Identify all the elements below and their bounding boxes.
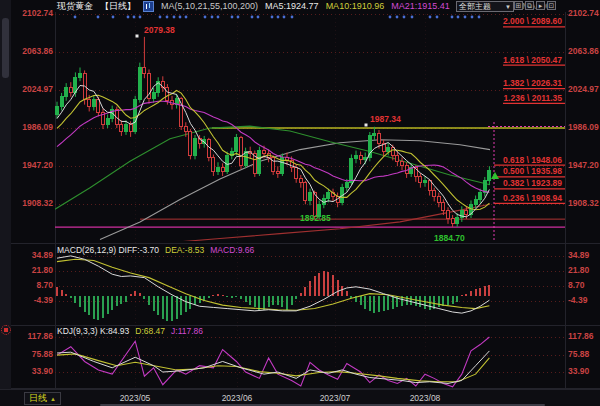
event-marker-dot <box>251 16 254 19</box>
candle-body <box>299 179 302 183</box>
candle-body <box>106 118 109 124</box>
candle-body <box>387 148 390 152</box>
event-marker-dot <box>451 16 454 19</box>
event-marker-dot <box>389 16 392 19</box>
candle-body <box>295 167 298 179</box>
event-marker-dot <box>166 16 169 19</box>
ma21-value: MA21:1915.41 <box>391 1 450 11</box>
next-chart-icon[interactable]: ▸ <box>536 1 545 10</box>
axis-label: 1986.09 <box>568 122 599 132</box>
kline-badge-icon[interactable] <box>143 1 154 12</box>
candle-body <box>391 148 394 156</box>
candle-body <box>405 165 408 173</box>
kdj-j-value: J:117.86 <box>171 326 203 336</box>
axis-label: 75.88 <box>568 349 590 359</box>
bottom-bar: 日线 ▲ 2023/052023/062023/072023/08 <box>0 389 600 406</box>
event-marker-dot <box>291 16 294 19</box>
period-label: 日线 <box>29 392 47 405</box>
candle-body <box>221 167 224 171</box>
candle-body <box>125 124 128 131</box>
candle-body <box>373 134 376 136</box>
price-annotation: 2079.38 <box>144 25 175 35</box>
axis-label: 2024.97 <box>568 84 599 94</box>
axis-label: 1986.09 <box>22 122 53 132</box>
candle-body <box>194 139 197 156</box>
event-marker-dot <box>133 16 136 19</box>
candle-body <box>488 170 491 181</box>
event-marker-dot <box>204 16 207 19</box>
axis-label: 2102.74 <box>22 8 53 18</box>
theme-dropdown-label: 全部主题 <box>459 1 491 12</box>
candle-body <box>240 138 243 165</box>
candle-body <box>350 158 353 182</box>
candle-body <box>447 210 450 219</box>
axis-label: 1947.20 <box>568 160 599 170</box>
candle-body <box>355 155 358 158</box>
ma10-value: MA10:1910.96 <box>326 1 385 11</box>
fib-level-label: 0.236 \ 1908.94 <box>503 193 562 203</box>
candle-body <box>304 183 307 201</box>
price-annotation: 1892.85 <box>300 213 331 223</box>
axis-label: 33.90 <box>32 366 54 376</box>
event-marker-dot <box>436 16 439 19</box>
macd-pane[interactable] <box>57 256 489 321</box>
fib-level-label: 1.236 \ 2011.35 <box>503 93 562 103</box>
price-annotation: 1987.34 <box>370 114 401 124</box>
macd-value: MACD:9.66 <box>210 245 254 255</box>
event-marker-dot <box>283 16 286 19</box>
fib-level-label: 0.618 \ 1948.06 <box>503 155 562 165</box>
candle-body <box>451 219 454 224</box>
ma10-line <box>57 90 489 209</box>
candle-body <box>465 210 468 214</box>
candle-body <box>359 155 362 159</box>
new-window-icon[interactable]: ⊡ <box>547 1 556 10</box>
fib-level-label: 2.000 \ 2089.60 <box>503 16 562 26</box>
fib-level-label: 1.382 \ 2026.31 <box>503 78 562 88</box>
candle-body <box>433 191 436 197</box>
event-marker-dot <box>185 16 188 19</box>
grid-layout-icon[interactable]: ⊞ <box>514 1 523 10</box>
event-marker-dot <box>217 16 220 19</box>
candle-body <box>65 87 68 97</box>
candle-body <box>138 67 141 99</box>
indicator-settings-icon[interactable] <box>1 325 11 335</box>
candle-body <box>235 138 238 152</box>
fib-level-label: 1.618 \ 2050.47 <box>503 55 562 65</box>
axis-label: 1947.20 <box>22 160 53 170</box>
ma-param-label: MA(5,10,21,55,100,200) <box>161 1 258 11</box>
duplicate-window-icon[interactable]: ⧉ <box>525 1 534 10</box>
candle-body <box>189 132 192 155</box>
candle-body <box>424 181 427 183</box>
candle-body <box>437 197 440 203</box>
candle-body <box>56 107 59 115</box>
event-marker-dot <box>173 16 176 19</box>
ma5-line <box>57 83 489 217</box>
axis-label: 8.70 <box>568 280 585 290</box>
axis-label: 1908.32 <box>22 198 53 208</box>
kdj-pane[interactable] <box>57 337 489 387</box>
candle-body <box>212 157 215 171</box>
candle-body <box>79 73 82 77</box>
candle-body <box>345 183 348 188</box>
candle-body <box>184 126 187 132</box>
macd-dea-value: DEA:-8.53 <box>165 245 204 255</box>
candle-body <box>69 87 72 93</box>
candle-body <box>456 217 459 224</box>
event-marker-dot <box>257 16 260 19</box>
candle-body <box>474 199 477 204</box>
event-marker-dot <box>403 16 406 19</box>
event-marker-dot <box>231 16 234 19</box>
left-scrollbar-thumb[interactable] <box>2 18 9 78</box>
theme-dropdown[interactable]: 全部主题 ▼ <box>456 1 514 12</box>
kdj-indicator-row: KDJ(9,3,3) K:84.93 D:68.47 J:117.86 <box>57 326 203 336</box>
event-marker-dot <box>74 16 77 19</box>
event-marker-dot <box>396 16 399 19</box>
axis-label: 2063.86 <box>568 46 599 56</box>
date-tick-label: 2023/06 <box>213 393 261 403</box>
window-layout-buttons: ⊞ ⧉ ▸ ⊡ <box>514 1 556 10</box>
event-marker-dot <box>139 16 142 19</box>
period-selector-button[interactable]: 日线 ▲ <box>24 392 61 405</box>
event-marker-dot <box>179 16 182 19</box>
chart-canvas[interactable]: 2.000 \ 2089.601.618 \ 2050.471.382 \ 20… <box>0 0 600 406</box>
axis-label: 2102.74 <box>568 8 599 18</box>
